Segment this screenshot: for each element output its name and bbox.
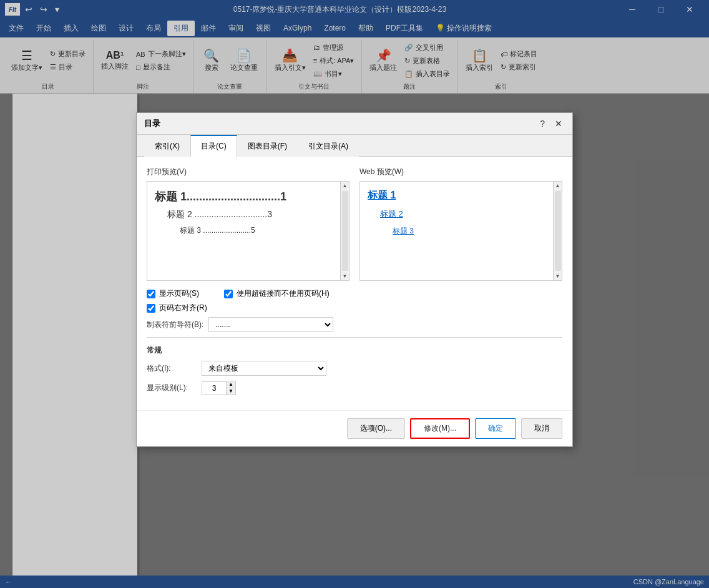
- right-align-input[interactable]: [147, 304, 155, 313]
- web-h3: 标题 3: [393, 226, 554, 237]
- levels-row: 显示级别(L): ▲ ▼: [147, 381, 562, 395]
- levels-label: 显示级别(L):: [147, 383, 197, 393]
- dialog-tab-authorities[interactable]: 引文目录(A): [298, 135, 359, 157]
- right-align-label: 页码右对齐(R): [159, 303, 207, 313]
- show-page-numbers-label: 显示页码(S): [159, 288, 199, 299]
- print-preview-section: 打印预览(V) 标题 1............................…: [147, 167, 350, 281]
- web-h1: 标题 1: [368, 189, 554, 202]
- web-scroll-track: [555, 191, 561, 271]
- web-preview-section: Web 预览(W) 标题 1 标题 2 标题 3 ▲ ▼: [359, 167, 562, 281]
- format-select[interactable]: 来自模板 古典 正式 精美 现代 简单 自定义: [202, 361, 326, 376]
- print-preview-content: 标题 1..............................1 标题 2…: [155, 189, 341, 236]
- web-preview-box: 标题 1 标题 2 标题 3 ▲ ▼: [359, 181, 562, 281]
- levels-input[interactable]: [202, 381, 227, 395]
- tab-leader-row: 制表符前导符(B): ....... ------ ______ （无）: [147, 317, 562, 332]
- use-hyperlinks-checkbox[interactable]: 使用超链接而不使用页码(H): [224, 288, 330, 299]
- web-h2: 标题 2: [380, 208, 554, 220]
- scroll-up-icon[interactable]: ▲: [341, 182, 349, 190]
- general-section-label: 常规: [147, 345, 562, 356]
- spinner-down-button[interactable]: ▼: [227, 388, 235, 394]
- print-preview-box: 标题 1..............................1 标题 2…: [147, 181, 350, 281]
- dialog-tab-index[interactable]: 索引(X): [144, 135, 190, 157]
- dialog-title-buttons: ? ✕: [537, 119, 565, 129]
- show-page-numbers-input[interactable]: [147, 290, 155, 298]
- web-scroll-down-icon[interactable]: ▼: [554, 272, 562, 280]
- modify-button[interactable]: 修改(M)...: [410, 418, 470, 439]
- ok-button[interactable]: 确定: [475, 418, 516, 439]
- dialog-title-bar: 目录 ? ✕: [137, 113, 572, 135]
- tab-leader-label: 制表符前导符(B):: [147, 320, 203, 330]
- format-row: 格式(I): 来自模板 古典 正式 精美 现代 简单 自定义: [147, 361, 562, 376]
- print-h2: 标题 2 ..............................3: [167, 209, 341, 220]
- dialog-overlay: 目录 ? ✕ 索引(X) 目录(C) 图表目录(F) 引文目录(A): [0, 0, 709, 588]
- format-label: 格式(I):: [147, 363, 197, 374]
- dialog-tab-figures[interactable]: 图表目录(F): [237, 135, 298, 157]
- web-preview-content: 标题 1 标题 2 标题 3: [368, 189, 554, 237]
- dialog-body: 打印预览(V) 标题 1............................…: [137, 157, 572, 410]
- dialog-help-button[interactable]: ?: [537, 119, 547, 129]
- print-preview-scrollbar[interactable]: ▲ ▼: [340, 182, 349, 280]
- print-h3: 标题 3 .......................5: [180, 225, 341, 236]
- dialog-close-icon[interactable]: ✕: [552, 119, 565, 129]
- dialog-tabs: 索引(X) 目录(C) 图表目录(F) 引文目录(A): [137, 135, 572, 157]
- spinner-buttons: ▲ ▼: [227, 381, 236, 395]
- toc-dialog: 目录 ? ✕ 索引(X) 目录(C) 图表目录(F) 引文目录(A): [136, 112, 573, 447]
- show-page-numbers-checkbox[interactable]: 显示页码(S): [147, 288, 199, 299]
- divider: [147, 337, 562, 338]
- spinner-up-button[interactable]: ▲: [227, 381, 235, 388]
- web-scroll-up-icon[interactable]: ▲: [554, 182, 562, 190]
- dialog-tab-toc[interactable]: 目录(C): [190, 135, 237, 157]
- print-h1: 标题 1..............................1: [155, 189, 341, 204]
- dialog-footer: 选项(O)... 修改(M)... 确定 取消: [137, 410, 572, 446]
- options-button[interactable]: 选项(O)...: [347, 418, 405, 439]
- scroll-down-icon[interactable]: ▼: [341, 272, 349, 280]
- preview-row: 打印预览(V) 标题 1............................…: [147, 167, 562, 281]
- tab-leader-select[interactable]: ....... ------ ______ （无）: [208, 317, 333, 332]
- web-preview-label: Web 预览(W): [359, 167, 562, 177]
- scroll-track: [342, 191, 348, 271]
- cancel-button[interactable]: 取消: [521, 418, 562, 439]
- use-hyperlinks-label: 使用超链接而不使用页码(H): [237, 288, 330, 299]
- use-hyperlinks-input[interactable]: [224, 290, 233, 298]
- levels-spinner: ▲ ▼: [202, 381, 236, 395]
- dialog-title: 目录: [144, 118, 160, 129]
- web-preview-scrollbar[interactable]: ▲ ▼: [553, 182, 562, 280]
- print-preview-label: 打印预览(V): [147, 167, 350, 177]
- right-align-checkbox[interactable]: 页码右对齐(R): [147, 303, 207, 313]
